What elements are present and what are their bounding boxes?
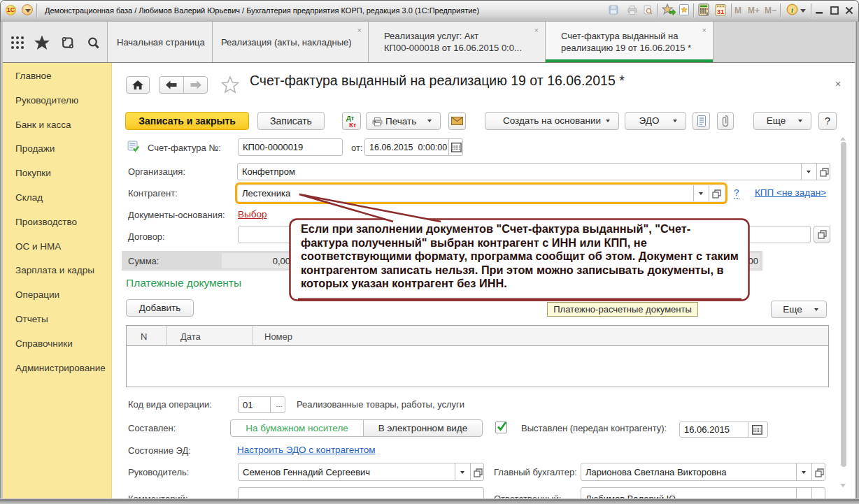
svg-text:31: 31 xyxy=(717,8,725,15)
